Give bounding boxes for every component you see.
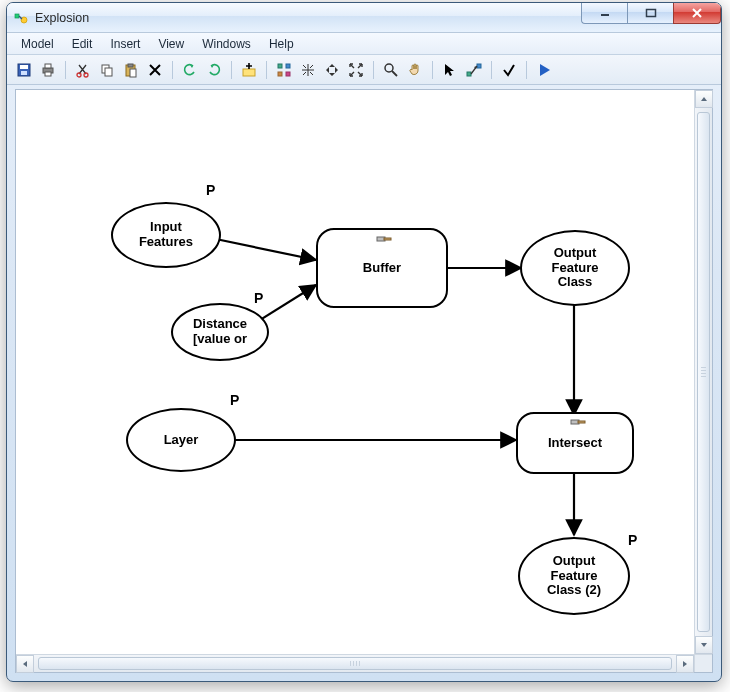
- parameter-marker: P: [230, 392, 239, 408]
- window-title: Explosion: [35, 11, 89, 25]
- toolbar-separator: [65, 61, 66, 79]
- svg-rect-16: [243, 69, 255, 76]
- scroll-thumb[interactable]: [38, 657, 672, 670]
- svg-point-9: [77, 73, 81, 77]
- svg-rect-8: [45, 72, 51, 76]
- node-label: Input Features: [139, 220, 193, 250]
- scroll-thumb[interactable]: [697, 112, 710, 632]
- scroll-down-button[interactable]: [695, 636, 713, 654]
- select-icon[interactable]: [439, 59, 461, 81]
- toolbar-separator: [266, 61, 267, 79]
- parameter-marker: P: [254, 290, 263, 306]
- svg-rect-7: [45, 64, 51, 68]
- svg-rect-27: [578, 421, 585, 423]
- node-distance[interactable]: Distance [value or: [171, 303, 269, 361]
- node-label: Distance [value or: [193, 317, 247, 347]
- menu-help[interactable]: Help: [261, 35, 302, 53]
- parameter-marker: P: [206, 182, 215, 198]
- toolbar-separator: [373, 61, 374, 79]
- save-icon[interactable]: [13, 59, 35, 81]
- toolbar-separator: [526, 61, 527, 79]
- horizontal-scrollbar[interactable]: [16, 654, 694, 672]
- menubar: Model Edit Insert View Windows Help: [7, 33, 721, 55]
- svg-rect-25: [384, 238, 391, 240]
- app-icon: [13, 10, 29, 26]
- node-layer[interactable]: Layer: [126, 408, 236, 472]
- svg-rect-17: [278, 64, 282, 68]
- titlebar[interactable]: Explosion: [7, 3, 721, 33]
- auto-layout-icon[interactable]: [273, 59, 295, 81]
- menu-windows[interactable]: Windows: [194, 35, 259, 53]
- svg-rect-19: [278, 72, 282, 76]
- node-output-feature-class[interactable]: Output Feature Class: [520, 230, 630, 306]
- print-icon[interactable]: [37, 59, 59, 81]
- delete-icon[interactable]: [144, 59, 166, 81]
- toolbar: [7, 55, 721, 85]
- svg-rect-2: [646, 10, 655, 17]
- scroll-up-button[interactable]: [695, 90, 713, 108]
- svg-rect-23: [477, 64, 481, 68]
- connect-icon[interactable]: [463, 59, 485, 81]
- vertical-scrollbar[interactable]: [694, 90, 712, 654]
- node-label: Output Feature Class (2): [547, 554, 601, 599]
- svg-rect-20: [286, 72, 290, 76]
- paste-icon[interactable]: [120, 59, 142, 81]
- scroll-right-button[interactable]: [676, 655, 694, 673]
- hammer-icon: [570, 419, 586, 431]
- node-label: Output Feature Class: [552, 246, 599, 291]
- menu-insert[interactable]: Insert: [102, 35, 148, 53]
- scroll-corner: [694, 654, 712, 672]
- node-label: Buffer: [363, 261, 401, 276]
- redo-icon[interactable]: [203, 59, 225, 81]
- toolbar-separator: [491, 61, 492, 79]
- run-icon[interactable]: [533, 59, 555, 81]
- cut-icon[interactable]: [72, 59, 94, 81]
- copy-icon[interactable]: [96, 59, 118, 81]
- fit-window-icon[interactable]: [345, 59, 367, 81]
- menu-edit[interactable]: Edit: [64, 35, 101, 53]
- undo-icon[interactable]: [179, 59, 201, 81]
- application-window: Explosion Model Edit Insert View Windows…: [6, 2, 722, 682]
- toolbar-separator: [231, 61, 232, 79]
- svg-rect-4: [20, 65, 28, 69]
- svg-rect-22: [467, 72, 471, 76]
- node-label: Intersect: [548, 436, 602, 451]
- zoom-full-icon[interactable]: [297, 59, 319, 81]
- svg-rect-5: [21, 71, 27, 75]
- hammer-icon: [376, 236, 392, 248]
- svg-rect-14: [128, 64, 133, 67]
- zoom-in-icon[interactable]: [321, 59, 343, 81]
- svg-rect-12: [105, 68, 112, 76]
- svg-rect-15: [130, 69, 136, 77]
- node-intersect[interactable]: Intersect: [516, 412, 634, 474]
- menu-view[interactable]: View: [150, 35, 192, 53]
- zoom-tool-icon[interactable]: [380, 59, 402, 81]
- node-output-feature-class-2[interactable]: Output Feature Class (2): [518, 537, 630, 615]
- close-button[interactable]: [673, 3, 721, 24]
- svg-point-1: [21, 17, 27, 23]
- minimize-button[interactable]: [581, 3, 627, 24]
- parameter-marker: P: [628, 532, 637, 548]
- pan-icon[interactable]: [404, 59, 426, 81]
- svg-point-10: [84, 73, 88, 77]
- maximize-button[interactable]: [627, 3, 673, 24]
- node-buffer[interactable]: Buffer: [316, 228, 448, 308]
- svg-rect-18: [286, 64, 290, 68]
- toolbar-separator: [432, 61, 433, 79]
- toolbar-separator: [172, 61, 173, 79]
- svg-rect-0: [15, 14, 19, 18]
- svg-point-21: [385, 64, 393, 72]
- menu-model[interactable]: Model: [13, 35, 62, 53]
- node-input-features[interactable]: Input Features: [111, 202, 221, 268]
- add-data-icon[interactable]: [238, 59, 260, 81]
- scroll-left-button[interactable]: [16, 655, 34, 673]
- node-label: Layer: [164, 433, 199, 448]
- validate-icon[interactable]: [498, 59, 520, 81]
- model-canvas[interactable]: P P P P Input Features Distance [value o…: [16, 90, 694, 654]
- client-area: P P P P Input Features Distance [value o…: [15, 89, 713, 673]
